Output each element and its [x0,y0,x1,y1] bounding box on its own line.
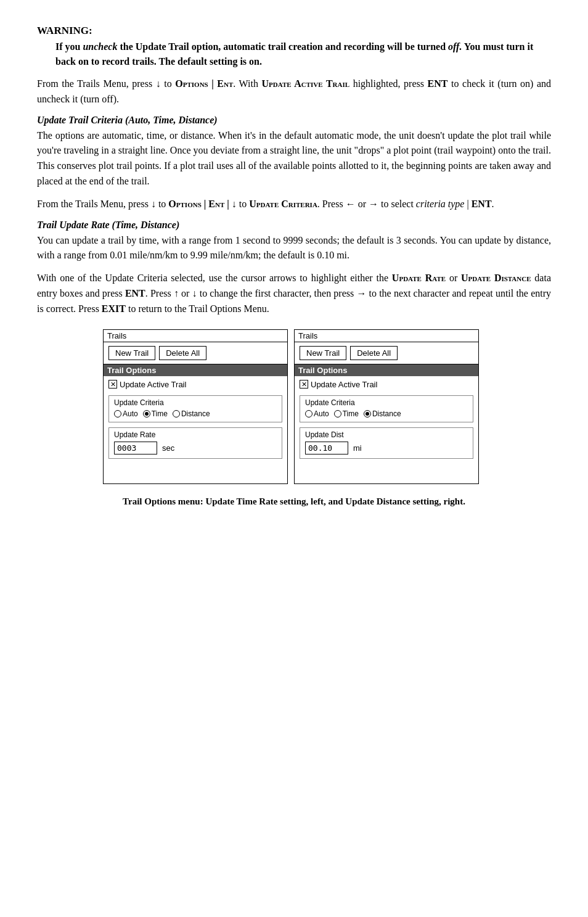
right-criteria-group: Update Criteria Auto Time Distance [300,395,473,422]
ent-label-1: ENT [428,78,448,89]
section1-heading: Update Trail Criteria (Auto, Time, Dista… [37,115,551,126]
left-delete-all-button[interactable]: Delete All [159,346,206,360]
section2-body: You can update a trail by time, with a r… [37,233,551,264]
right-update-rate-input-row: 00.10 mi [305,442,468,454]
right-panel-title: Trails [295,330,478,342]
right-radio-auto[interactable]: Auto [305,409,329,418]
section1-body: The options are automatic, time, or dist… [37,128,551,189]
right-update-rate-legend: Update Dist [305,430,468,439]
left-panel: Trails New Trail Delete All Trail Option… [103,329,288,484]
left-update-rate-group: Update Rate 0003 sec [108,427,282,459]
right-radio-distance[interactable]: Distance [364,409,401,418]
options-ent-down-label: Options | Ent | ↓ [168,199,236,209]
right-radio-distance-label: Distance [372,409,401,418]
left-rate-input[interactable]: 0003 [114,442,157,454]
right-radio-time-label: Time [343,409,359,418]
right-panel-buttons: New Trail Delete All [295,342,478,364]
right-radio-time[interactable]: Time [334,409,359,418]
update-rate-label: Update Rate [392,273,446,283]
right-radio-auto-circle [305,410,312,417]
panels-caption: Trail Options menu: Update Time Rate set… [37,496,551,507]
right-rate-input[interactable]: 00.10 [305,442,348,454]
left-panel-title: Trails [104,330,287,342]
right-delete-all-button[interactable]: Delete All [350,346,398,360]
left-criteria-group: Update Criteria Auto Time Distance [108,395,282,422]
left-radio-time-circle [143,410,150,417]
left-checkbox[interactable]: ✕ [108,380,117,389]
right-radio-auto-label: Auto [314,409,329,418]
update-distance-label: Update Distance [461,273,531,283]
right-checkbox[interactable]: ✕ [300,380,308,389]
left-radio-distance[interactable]: Distance [173,409,210,418]
warning-block: If you uncheck the Update Trail option, … [55,39,551,69]
left-rate-unit: sec [162,443,174,453]
right-radio-distance-circle [364,410,371,417]
right-radio-row: Auto Time Distance [305,409,468,418]
left-new-trail-button[interactable]: New Trail [108,346,155,360]
right-panel-content: ✕ Update Active Trail Update Criteria Au… [295,376,478,483]
left-panel-spacer [108,461,282,480]
right-panel-spacer [300,461,473,480]
right-update-rate-group: Update Dist 00.10 mi [300,427,473,459]
left-criteria-legend: Update Criteria [114,398,277,407]
right-rate-unit: mi [353,443,362,453]
section2-heading: Trail Update Rate (Time, Distance) [37,220,551,231]
right-new-trail-button[interactable]: New Trail [300,346,346,360]
left-update-rate-legend: Update Rate [114,430,277,439]
para3: With one of the Update Criteria selected… [37,271,551,316]
left-radio-distance-label: Distance [181,409,210,418]
para2: From the Trails Menu, press ↓ to Options… [37,197,551,212]
left-radio-auto-circle [114,410,121,417]
left-panel-buttons: New Trail Delete All [104,342,287,364]
left-radio-time-label: Time [152,409,168,418]
left-radio-time[interactable]: Time [143,409,168,418]
update-active-trail-label: Update Active Trail [262,78,350,89]
para1: From the Trails Menu, press ↓ to Options… [37,76,551,107]
right-radio-time-circle [334,410,341,417]
right-criteria-legend: Update Criteria [305,398,468,407]
criteria-type-label: criteria type [416,199,465,209]
left-trail-options-bar: Trail Options [104,364,287,376]
left-radio-auto[interactable]: Auto [114,409,138,418]
right-checkbox-row: ✕ Update Active Trail [300,380,473,389]
update-criteria-label: Update Criteria [249,199,317,209]
panels-container: Trails New Trail Delete All Trail Option… [103,329,485,484]
warning-section: WARNING: If you uncheck the Update Trail… [37,25,551,69]
left-radio-distance-circle [173,410,180,417]
left-radio-row: Auto Time Distance [114,409,277,418]
left-radio-auto-label: Auto [123,409,138,418]
options-ent-label: Options | Ent [175,78,233,89]
left-update-rate-input-row: 0003 sec [114,442,277,454]
left-checkbox-row: ✕ Update Active Trail [108,380,282,389]
warning-label: WARNING: [37,25,92,36]
left-panel-content: ✕ Update Active Trail Update Criteria Au… [104,376,287,483]
right-checkbox-label: Update Active Trail [311,380,377,389]
right-trail-options-bar: Trail Options [295,364,478,376]
right-panel: Trails New Trail Delete All Trail Option… [294,329,479,484]
left-checkbox-label: Update Active Trail [120,380,186,389]
